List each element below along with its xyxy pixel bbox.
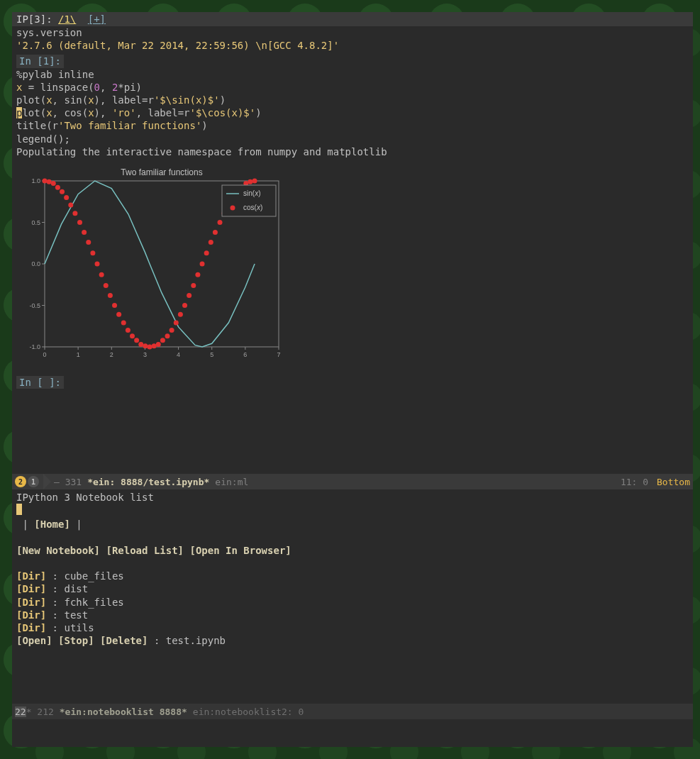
output-text: '2.7.6 (default, Mar 22 2014, 22:59:56) … [16, 40, 339, 51]
buffer-name: *ein: 8888/test.ipynb* [87, 477, 209, 487]
svg-point-31 [55, 185, 60, 190]
svg-text:5: 5 [210, 351, 213, 358]
svg-point-58 [174, 320, 179, 325]
cell-0-output[interactable]: sys.version '2.7.6 (default, Mar 22 2014… [12, 26, 693, 52]
svg-point-40 [95, 261, 100, 266]
svg-point-43 [108, 293, 113, 298]
cell-prompt: In [ ]: [16, 376, 64, 389]
window-badge: 2 [15, 707, 21, 717]
dir-name: test [64, 609, 88, 621]
file-action[interactable]: [Open] [16, 635, 52, 646]
list-item[interactable]: [Dir] : fchk_files [16, 596, 689, 609]
buffer-name: *ein:notebooklist 8888* [60, 707, 187, 717]
code-line: %pylab inline [16, 69, 94, 80]
svg-point-44 [112, 303, 117, 308]
dir-link[interactable]: [Dir] [16, 597, 46, 608]
svg-point-42 [104, 283, 109, 288]
dir-link[interactable]: [Dir] [16, 622, 46, 633]
ip-label: IP[3]: [16, 13, 52, 25]
cursor-position: 11: 0 [621, 477, 648, 487]
dir-link[interactable]: [Dir] [16, 570, 46, 582]
svg-text:3: 3 [143, 351, 147, 358]
open-in-browser-button[interactable]: [Open In Browser] [189, 545, 291, 556]
svg-text:0.5: 0.5 [31, 218, 40, 226]
svg-text:7: 7 [277, 351, 280, 358]
output-text: Populating the interactive namespace fro… [16, 146, 387, 157]
reload-list-button[interactable]: [Reload List] [106, 545, 184, 556]
major-mode: ein:notebooklist [193, 707, 282, 717]
list-item[interactable]: [Dir] : dist [16, 582, 689, 595]
svg-point-57 [170, 328, 174, 333]
svg-text:0: 0 [43, 351, 46, 358]
file-action[interactable]: [Stop] [58, 635, 94, 646]
modeline-bottom[interactable]: 2 2 * 212 *ein:notebooklist 8888* ein:no… [12, 704, 693, 719]
svg-text:2: 2 [110, 351, 113, 358]
svg-text:-1.0: -1.0 [29, 343, 40, 350]
svg-text:cos(x): cos(x) [243, 204, 262, 211]
svg-point-53 [152, 343, 157, 348]
tab-active[interactable]: /1\ [58, 13, 76, 25]
file-name: test.ipynb [166, 635, 226, 646]
svg-point-56 [165, 333, 170, 338]
notebook-list-pane[interactable]: IPython 3 Notebook list | [Home] | [New … [12, 489, 693, 648]
scroll-indicator: Bottom [657, 477, 690, 487]
cell-2[interactable]: In [ ]: [12, 376, 693, 389]
home-link[interactable]: [Home] [34, 519, 70, 530]
list-item[interactable]: [Dir] : cube_files [16, 570, 689, 582]
dir-link[interactable]: [Dir] [16, 583, 46, 594]
svg-point-63 [195, 272, 200, 277]
svg-point-55 [160, 338, 165, 343]
window-badge: 1 [28, 476, 39, 487]
window-badge: 2 [15, 476, 26, 487]
svg-text:0.0: 0.0 [31, 260, 40, 267]
list-item[interactable]: [Dir] : utils [16, 621, 689, 634]
svg-point-51 [143, 343, 148, 348]
svg-point-48 [130, 333, 135, 338]
svg-point-47 [126, 328, 130, 333]
svg-point-49 [134, 338, 139, 343]
dir-name: utils [64, 622, 94, 633]
modeline-top[interactable]: 2 1 – 331 *ein: 8888/test.ipynb* ein:ml … [12, 474, 693, 489]
svg-point-52 [148, 344, 152, 349]
window-badge: 2 [21, 707, 26, 717]
svg-point-62 [191, 283, 196, 288]
svg-text:6: 6 [243, 351, 247, 358]
svg-text:1.0: 1.0 [31, 177, 40, 184]
chart-output: Two familiar functions-1.0-0.50.00.51.00… [12, 158, 693, 372]
svg-text:-0.5: -0.5 [29, 301, 40, 309]
svg-point-29 [47, 179, 52, 184]
svg-point-80 [230, 205, 235, 210]
svg-text:4: 4 [177, 351, 180, 358]
dir-name: cube_files [64, 570, 123, 582]
file-action[interactable]: [Delete] [100, 635, 148, 646]
svg-point-36 [77, 220, 82, 225]
new-notebook-button[interactable]: [New Notebook] [16, 545, 100, 556]
svg-point-45 [116, 312, 121, 317]
svg-point-67 [213, 230, 218, 235]
tab-plus[interactable]: [+] [88, 13, 106, 25]
cell-1[interactable]: In [1]: %pylab inline x = linspace(0, 2*… [12, 55, 693, 158]
separator-icon [43, 474, 51, 489]
svg-text:Two familiar functions: Two familiar functions [121, 167, 202, 177]
list-item[interactable]: [Open] [Stop] [Delete] : test.ipynb [16, 634, 689, 647]
svg-point-46 [121, 320, 126, 325]
svg-point-28 [43, 178, 48, 183]
modified-indicator: * 212 [26, 707, 54, 717]
svg-point-60 [182, 303, 187, 308]
svg-point-35 [72, 211, 77, 216]
svg-point-32 [60, 189, 65, 194]
cursor [16, 504, 22, 515]
svg-point-34 [68, 202, 73, 207]
svg-point-59 [178, 312, 183, 317]
svg-point-39 [90, 250, 95, 255]
dir-link[interactable]: [Dir] [16, 609, 46, 621]
svg-point-38 [86, 240, 91, 245]
tab-bar[interactable]: IP[3]: /1\ [+] [12, 12, 693, 26]
list-item[interactable]: [Dir] : test [16, 609, 689, 621]
svg-point-65 [204, 250, 209, 255]
svg-point-64 [200, 261, 205, 266]
svg-text:1: 1 [77, 351, 80, 358]
notebook-list-title: IPython 3 Notebook list [16, 491, 689, 504]
svg-point-37 [82, 230, 87, 235]
plot-figure: Two familiar functions-1.0-0.50.00.51.00… [16, 165, 286, 362]
